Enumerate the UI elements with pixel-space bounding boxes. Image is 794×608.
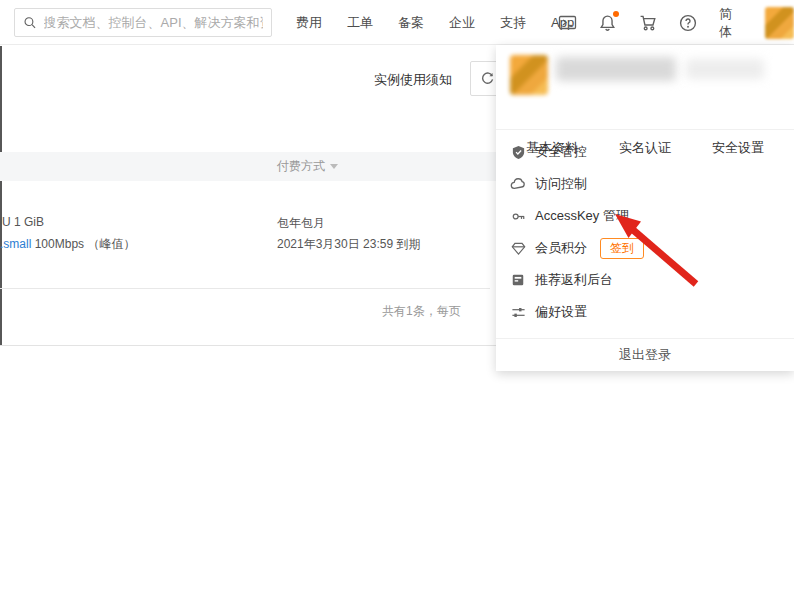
menu-item-label: AccessKey 管理: [535, 207, 629, 225]
top-icon-buttons: 简体: [558, 0, 794, 45]
refresh-icon: [480, 71, 495, 86]
shield-icon: [510, 144, 526, 160]
nav-item-support[interactable]: 支持: [500, 14, 526, 32]
dropdown-divider: [496, 129, 794, 130]
help-icon: [679, 14, 697, 32]
menu-item-label: 安全管控: [535, 143, 587, 161]
cloud-icon: [510, 176, 526, 192]
monitor-icon: [510, 272, 526, 288]
instance-usage-notice-link[interactable]: 实例使用须知: [374, 71, 452, 89]
cart-button[interactable]: [639, 13, 658, 33]
avatar-blur: [510, 55, 548, 95]
top-nav-links: 费用 工单 备案 企业 支持 App: [296, 0, 574, 45]
language-selector[interactable]: 简体: [719, 5, 744, 41]
dropdown-avatar: [510, 55, 548, 95]
nav-item-tickets[interactable]: 工单: [347, 14, 373, 32]
nav-item-billing[interactable]: 费用: [296, 14, 322, 32]
gem-icon: [510, 240, 526, 256]
bandwidth-peak-label: （峰值）: [87, 237, 135, 251]
instance-spec-line2: .small 100Mbps （峰值）: [0, 236, 135, 253]
search-icon: [23, 15, 37, 30]
logout-button[interactable]: 退出登录: [496, 338, 794, 371]
menu-item-preferences[interactable]: 偏好设置: [496, 296, 794, 328]
menu-item-security-control[interactable]: 安全管控: [496, 136, 794, 168]
menu-item-referral-console[interactable]: 推荐返利后台: [496, 264, 794, 296]
billing-method: 包年包月: [277, 215, 325, 232]
expire-date: 2021年3月30日 23:59 到期: [277, 236, 420, 253]
chevron-down-icon: [330, 164, 338, 169]
terminal-icon: [558, 14, 577, 31]
menu-item-label: 偏好设置: [535, 303, 587, 321]
search-placeholder: 搜索文档、控制台、API、解决方案和资源: [44, 14, 263, 32]
cart-icon: [639, 14, 657, 32]
checkin-badge-button[interactable]: 签到: [600, 238, 644, 259]
row-divider: [0, 288, 490, 289]
section-divider: [0, 345, 497, 346]
left-edge-border: [0, 46, 2, 345]
nav-item-enterprise[interactable]: 企业: [449, 14, 475, 32]
pagination-text: 共有1条，每页: [382, 303, 461, 320]
username-redacted: [556, 57, 676, 81]
column-header-payment[interactable]: 付费方式: [277, 158, 338, 175]
column-header-label: 付费方式: [277, 158, 325, 175]
instance-spec-line1: U 1 GiB: [2, 215, 44, 229]
cloudshell-button[interactable]: [558, 13, 577, 33]
menu-item-member-points[interactable]: 会员积分 签到: [496, 232, 794, 264]
key-icon: [510, 208, 526, 224]
sliders-icon: [510, 304, 526, 320]
username-redacted: [686, 59, 764, 79]
dropdown-menu-list: 安全管控 访问控制 A: [496, 136, 794, 328]
instance-type-link[interactable]: .small: [0, 237, 31, 251]
account-dropdown-menu: 基本资料 实名认证 安全设置 安全管控: [496, 45, 794, 371]
menu-item-label: 推荐返利后台: [535, 271, 613, 289]
bandwidth-value: 100Mbps: [35, 237, 84, 251]
menu-item-label: 访问控制: [535, 175, 587, 193]
top-navigation-bar: 搜索文档、控制台、API、解决方案和资源 费用 工单 备案 企业 支持 App: [0, 0, 794, 45]
nav-item-icp[interactable]: 备案: [398, 14, 424, 32]
notifications-button[interactable]: [598, 13, 617, 33]
help-button[interactable]: [679, 13, 698, 33]
avatar-blur: [765, 7, 794, 39]
console-page: 实例使用须知 付费方式 U 1 GiB .small 100Mbps （峰值） …: [0, 0, 794, 608]
menu-item-accesskey-management[interactable]: AccessKey 管理: [496, 200, 794, 232]
notification-dot: [613, 11, 619, 17]
menu-item-access-control[interactable]: 访问控制: [496, 168, 794, 200]
table-header-row: 付费方式: [0, 152, 497, 181]
global-search-input[interactable]: 搜索文档、控制台、API、解决方案和资源: [14, 8, 272, 37]
user-avatar[interactable]: [765, 7, 794, 39]
menu-item-label: 会员积分: [535, 239, 587, 257]
